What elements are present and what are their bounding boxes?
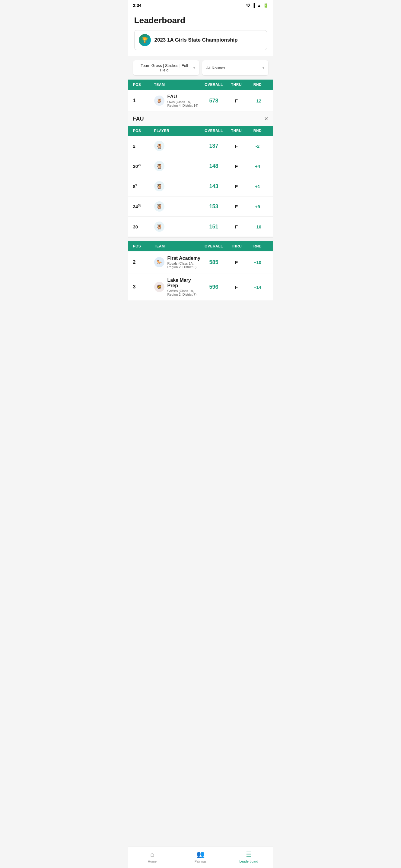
header-thru-2: THRU — [226, 244, 247, 248]
team-thru: F — [226, 260, 247, 265]
team-info: 🦁 Lake Mary Prep Griffins (Class 1A, Reg… — [154, 278, 202, 296]
filters-bar: Team Gross | Strokes | Full Field ▾ All … — [128, 56, 273, 80]
owl-icon: 🦉 — [156, 143, 162, 149]
team-subname: Owls (Class 1A, Region 4, District 14) — [168, 100, 202, 107]
player-overall: 143 — [202, 183, 226, 190]
player-thru: F — [226, 164, 247, 169]
player-info: 🦉 — [154, 201, 202, 212]
nav-pairings[interactable]: 👥 Pairings — [176, 849, 225, 864]
player-pos: 89 — [133, 184, 154, 189]
header-pos-2: POS — [133, 244, 154, 248]
status-time: 2:34 — [133, 3, 142, 8]
team-thru: F — [226, 98, 247, 103]
griffin-icon: 🦁 — [156, 284, 162, 289]
player-row[interactable]: 3435 🦉 153 F +9 — [128, 196, 273, 217]
player-row[interactable]: 30 🦉 151 F +10 — [128, 217, 273, 237]
owl-icon: 🦉 — [156, 184, 162, 189]
team-overall: 585 — [202, 259, 226, 266]
header-pos: POS — [133, 83, 154, 87]
expanded-team-name: FAU — [133, 116, 144, 122]
championship-logo: 🏆 — [139, 34, 151, 46]
team-name: Lake Mary Prep — [168, 278, 202, 288]
owl-icon: 🦉 — [156, 204, 162, 210]
bottom-nav: ⌂ Home 👥 Pairings ☰ Leaderboard — [128, 846, 273, 868]
team-pos: 2 — [133, 259, 154, 265]
player-header-player: PLAYER — [154, 129, 202, 133]
nav-leaderboard[interactable]: ☰ Leaderboard — [225, 849, 273, 864]
player-rnd: +10 — [247, 224, 268, 229]
team-logo: 🐎 — [154, 257, 165, 267]
player-header-rnd: RND — [247, 129, 268, 133]
team-row[interactable]: 3 🦁 Lake Mary Prep Griffins (Class 1A, R… — [128, 273, 273, 301]
player-logo: 🦉 — [154, 201, 165, 212]
player-row[interactable]: 89 🦉 143 F +1 — [128, 176, 273, 196]
team-table-header: POS TEAM OVERALL THRU RND — [128, 80, 273, 90]
player-overall: 151 — [202, 224, 226, 230]
team-thru: F — [226, 284, 247, 290]
player-header-thru: THRU — [226, 129, 247, 133]
player-pos: 2022 — [133, 163, 154, 169]
player-logo: 🦉 — [154, 181, 165, 191]
header-rnd-2: RND — [247, 244, 268, 248]
team-name: First Academy — [168, 255, 202, 261]
nav-home-label: Home — [148, 860, 156, 863]
header-overall-2: OVERALL — [202, 244, 226, 248]
player-thru: F — [226, 204, 247, 209]
close-expanded-button[interactable]: × — [264, 116, 268, 122]
rounds-filter-button[interactable]: All Rounds ▾ — [202, 60, 268, 75]
header-thru: THRU — [226, 83, 247, 87]
rounds-filter-chevron: ▾ — [262, 66, 264, 70]
team-name: FAU — [168, 94, 202, 99]
rounds-filter-label: All Rounds — [206, 66, 225, 70]
player-pos: 30 — [133, 224, 154, 229]
player-logo: 🦉 — [154, 221, 165, 232]
player-overall: 137 — [202, 143, 226, 149]
nav-pairings-label: Pairings — [195, 860, 207, 863]
header: Leaderboard 🏆 2023 1A Girls State Champi… — [128, 11, 273, 56]
team-row[interactable]: 1 🦉 FAU Owls (Class 1A, Region 4, Distri… — [128, 90, 273, 112]
header-team: TEAM — [154, 83, 202, 87]
trophy-icon: 🏆 — [142, 37, 148, 43]
team-pos: 3 — [133, 284, 154, 290]
championship-banner[interactable]: 🏆 2023 1A Girls State Championship — [134, 30, 267, 50]
field-filter-button[interactable]: Team Gross | Strokes | Full Field ▾ — [133, 60, 199, 75]
player-info: 🦉 — [154, 221, 202, 232]
team-rnd: +14 — [247, 284, 268, 290]
header-overall: OVERALL — [202, 83, 226, 87]
team-logo: 🦉 — [154, 96, 165, 106]
player-row[interactable]: 2022 🦉 148 F +4 — [128, 156, 273, 176]
team-subname: Royals (Class 1A, Region 2, District 6) — [168, 261, 202, 269]
battery-icon: 🔋 — [263, 3, 268, 8]
horse-icon: 🐎 — [156, 260, 162, 265]
player-info: 🦉 — [154, 181, 202, 191]
shield-icon: 🛡 — [246, 3, 251, 8]
team-rnd: +10 — [247, 260, 268, 265]
player-table-header: POS PLAYER OVERALL THRU RND — [128, 126, 273, 136]
leaderboard-icon: ☰ — [246, 850, 252, 858]
pairings-icon: 👥 — [196, 850, 205, 858]
team-row[interactable]: 2 🐎 First Academy Royals (Class 1A, Regi… — [128, 251, 273, 273]
header-team-2: TEAM — [154, 244, 202, 248]
status-icons: 🛡 ▐ ▲ 🔋 — [246, 3, 268, 8]
home-icon: ⌂ — [150, 850, 154, 858]
team-info: 🐎 First Academy Royals (Class 1A, Region… — [154, 255, 202, 269]
team-rnd: +12 — [247, 98, 268, 103]
team-pos: 1 — [133, 98, 154, 103]
player-rnd: +4 — [247, 164, 268, 169]
nav-home[interactable]: ⌂ Home — [128, 849, 176, 864]
team-name-block: Lake Mary Prep Griffins (Class 1A, Regio… — [168, 278, 202, 296]
player-row[interactable]: 2 🦉 137 F -2 — [128, 136, 273, 156]
player-logo: 🦉 — [154, 141, 165, 151]
player-rnd: +1 — [247, 184, 268, 189]
owl-icon: 🦉 — [156, 98, 162, 103]
team-overall: 578 — [202, 98, 226, 104]
player-thru: F — [226, 144, 247, 149]
player-header-overall: OVERALL — [202, 129, 226, 133]
page-title: Leaderboard — [134, 16, 267, 25]
field-filter-label: Team Gross | Strokes | Full Field — [137, 63, 192, 72]
player-rnd: -2 — [247, 144, 268, 149]
team-subname: Griffins (Class 1A, Region 2, District 7… — [168, 289, 202, 296]
status-bar: 2:34 🛡 ▐ ▲ 🔋 — [128, 0, 273, 11]
team-table-header-2: POS TEAM OVERALL THRU RND — [128, 241, 273, 251]
player-pos: 3435 — [133, 204, 154, 209]
